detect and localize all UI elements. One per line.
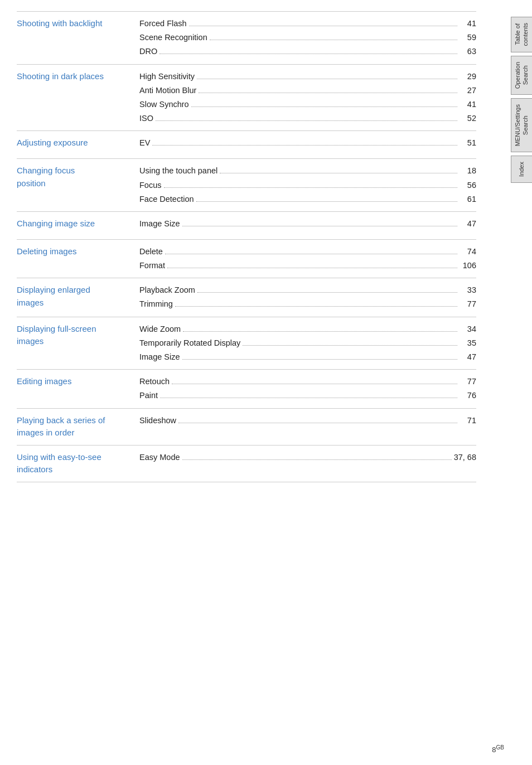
entry-dots [175, 306, 457, 307]
tab-index[interactable]: Index [511, 156, 532, 183]
toc-entry-displaying-enlarged-images-1: Trimming77 [139, 298, 476, 311]
toc-entry-shooting-with-backlight-2: DRO63 [139, 45, 476, 58]
entry-label: Wide Zoom [139, 323, 181, 336]
entry-page: 71 [460, 414, 476, 427]
entry-label: ISO [139, 112, 153, 125]
toc-entry-playing-back-series-0: Slideshow71 [139, 414, 476, 427]
toc-entries-using-easy-to-see-indicators: Easy Mode37, 68 [139, 451, 476, 464]
entry-label: DRO [139, 45, 157, 58]
toc-entry-shooting-with-backlight-0: Forced Flash41 [139, 17, 476, 30]
entry-label: Forced Flash [139, 17, 187, 30]
entry-page: 34 [460, 323, 476, 336]
toc-row-shooting-with-backlight: Shooting with backlightForced Flash41Sce… [17, 11, 476, 64]
entry-page: 77 [460, 375, 476, 388]
page-number: 8GB [492, 744, 504, 754]
toc-entry-changing-focus-position-2: Face Detection61 [139, 193, 476, 206]
entry-label: EV [139, 137, 150, 149]
toc-entries-playing-back-series: Slideshow71 [139, 414, 476, 427]
entry-label: Retouch [139, 375, 170, 388]
toc-entry-using-easy-to-see-indicators-0: Easy Mode37, 68 [139, 451, 476, 464]
toc-entries-adjusting-exposure: EV51 [139, 137, 476, 149]
entry-dots [210, 40, 457, 40]
toc-category-displaying-enlarged-images: Displaying enlargedimages [17, 284, 139, 309]
entry-dots [189, 26, 457, 26]
entry-page: 18 [460, 164, 476, 177]
entry-page: 33 [460, 284, 476, 297]
entry-dots [220, 173, 457, 173]
entry-page: 29 [460, 70, 476, 83]
entry-page: 37, 68 [454, 451, 476, 464]
toc-entry-displaying-full-screen-images-0: Wide Zoom34 [139, 323, 476, 336]
tab-operation-search[interactable]: OperationSearch [511, 56, 532, 95]
toc-row-changing-focus-position: Changing focuspositionUsing the touch pa… [17, 158, 476, 211]
entry-page: 41 [460, 17, 476, 30]
toc-row-changing-image-size: Changing image sizeImage Size47 [17, 211, 476, 239]
toc-entries-shooting-in-dark-places: High Sensitivity29Anti Motion Blur27Slow… [139, 70, 476, 125]
toc-row-adjusting-exposure: Adjusting exposureEV51 [17, 130, 476, 158]
toc-row-editing-images: Editing imagesRetouch77Paint76 [17, 369, 476, 408]
entry-dots [182, 459, 452, 460]
toc-entries-displaying-full-screen-images: Wide Zoom34Temporarily Rotated Display35… [139, 323, 476, 364]
entry-page: 27 [460, 84, 476, 97]
entry-label: Using the touch panel [139, 164, 217, 177]
toc-entry-changing-image-size-0: Image Size47 [139, 217, 476, 230]
entry-dots [167, 268, 457, 268]
toc-entries-shooting-with-backlight: Forced Flash41Scene Recognition59DRO63 [139, 17, 476, 59]
entry-page: 106 [460, 259, 476, 272]
toc-entry-changing-focus-position-1: Focus56 [139, 179, 476, 192]
toc-container: Shooting with backlightForced Flash41Sce… [17, 11, 476, 482]
entry-label: High Sensitivity [139, 70, 195, 83]
toc-entry-shooting-in-dark-places-1: Anti Motion Blur27 [139, 84, 476, 97]
tab-operation-search-label: OperationSearch [514, 62, 530, 89]
entry-label: Playback Zoom [139, 284, 195, 297]
entry-page: 52 [460, 112, 476, 125]
entry-label: Trimming [139, 298, 173, 311]
entry-label: Paint [139, 389, 158, 402]
entry-dots [165, 254, 457, 254]
entry-label: Focus [139, 179, 162, 192]
toc-entry-editing-images-0: Retouch77 [139, 375, 476, 388]
entry-label: Temporarily Rotated Display [139, 337, 240, 350]
entry-page: 76 [460, 389, 476, 402]
toc-category-shooting-with-backlight: Shooting with backlight [17, 17, 139, 30]
toc-entries-editing-images: Retouch77Paint76 [139, 375, 476, 402]
toc-entry-deleting-images-0: Delete74 [139, 245, 476, 258]
entry-dots [183, 331, 457, 332]
entry-page: 51 [460, 137, 476, 149]
toc-entry-editing-images-1: Paint76 [139, 389, 476, 402]
entry-dots [152, 145, 457, 146]
entry-label: Slow Synchro [139, 98, 189, 111]
toc-entry-shooting-in-dark-places-2: Slow Synchro41 [139, 98, 476, 111]
toc-row-using-easy-to-see-indicators: Using with easy-to-seeindicatorsEasy Mod… [17, 445, 476, 482]
entry-dots [197, 79, 457, 79]
entry-page: 47 [460, 351, 476, 364]
entry-label: Format [139, 259, 165, 272]
toc-category-shooting-in-dark-places: Shooting in dark places [17, 70, 139, 83]
entry-dots [243, 345, 457, 346]
entry-label: Anti Motion Blur [139, 84, 196, 97]
toc-entry-changing-focus-position-0: Using the touch panel18 [139, 164, 476, 177]
entry-dots [197, 292, 457, 293]
tab-table-of-contents[interactable]: Table ofcontents [511, 17, 532, 52]
tab-menu-settings-search[interactable]: MENU/SettingsSearch [511, 98, 532, 152]
toc-category-changing-focus-position: Changing focusposition [17, 164, 139, 190]
entry-label: Image Size [139, 217, 180, 230]
toc-row-deleting-images: Deleting imagesDelete74Format106 [17, 239, 476, 278]
entry-label: Slideshow [139, 414, 176, 427]
tab-menu-settings-search-label: MENU/SettingsSearch [514, 104, 530, 146]
toc-entries-changing-image-size: Image Size47 [139, 217, 476, 230]
toc-entries-changing-focus-position: Using the touch panel18Focus56Face Detec… [139, 164, 476, 206]
toc-entry-deleting-images-1: Format106 [139, 259, 476, 272]
entry-dots [199, 93, 457, 93]
entry-dots [191, 106, 457, 107]
toc-entry-shooting-with-backlight-1: Scene Recognition59 [139, 31, 476, 44]
entry-dots [159, 54, 457, 54]
entry-page: 59 [460, 31, 476, 44]
entry-page: 47 [460, 217, 476, 230]
entry-dots [164, 187, 458, 188]
entry-dots [178, 423, 457, 423]
toc-row-displaying-enlarged-images: Displaying enlargedimagesPlayback Zoom33… [17, 278, 476, 316]
toc-category-changing-image-size: Changing image size [17, 217, 139, 230]
sidebar-tabs: Table ofcontents OperationSearch MENU/Se… [504, 0, 532, 765]
toc-category-using-easy-to-see-indicators: Using with easy-to-seeindicators [17, 451, 139, 476]
